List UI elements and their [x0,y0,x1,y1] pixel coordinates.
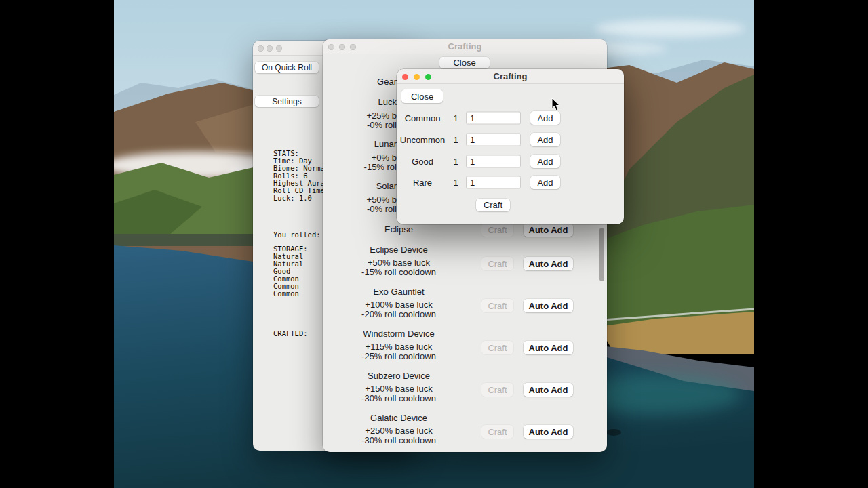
scrollbar-thumb[interactable] [599,228,604,281]
item-name: Eclipse Device [323,245,475,256]
auto-add-label: Auto Add [529,427,568,437]
add-label: Add [537,135,553,145]
item-name: Galatic Device [323,413,475,424]
craft-button-main[interactable]: Craft [476,199,510,211]
minimize-traffic-icon[interactable] [267,45,273,52]
add-label: Add [537,113,553,123]
item-desc: -30% roll cooldown [323,436,475,445]
add-button[interactable]: Add [530,155,560,168]
crafting-window: Crafting Close Common 1 Add Uncommon 1 A… [397,69,624,224]
auto-add-button[interactable]: Auto Add [524,257,573,270]
row-count: 1 [451,157,460,167]
item-desc: +250% base luck [323,426,475,436]
row-count: 1 [451,113,460,123]
quick-roll-button[interactable]: On Quick Roll [255,62,319,73]
craft-label: Craft [488,301,507,311]
auto-add-button[interactable]: Auto Add [524,299,573,312]
item-name-eclipse: Eclipse [323,224,475,235]
quick-roll-label: On Quick Roll [262,63,312,73]
desktop: On Quick Roll Settings STATS: Time: Day … [0,0,868,488]
item-desc: +150% base luck [323,384,475,394]
quantity-input[interactable] [466,155,521,168]
craft-label: Craft [488,385,507,395]
item-name: Windstorm Device [323,329,475,340]
auto-add-button[interactable]: Auto Add [524,383,573,396]
add-label: Add [537,157,553,167]
item-desc: +115% base luck [323,342,475,352]
craft-row-rare: Rare 1 Add [397,175,624,190]
auto-add-label: Auto Add [529,385,568,395]
window-title: Crafting [323,39,607,54]
row-count: 1 [451,135,460,145]
gear-close-button[interactable]: Close [439,57,490,68]
craft-button[interactable]: Craft [481,341,513,354]
craft-label: Craft [488,343,507,353]
item-desc-fragment: -15% rol [323,162,397,173]
item-name: Exo Gauntlet [323,287,475,298]
craft-row-uncommon: Uncommon 1 Add [397,132,624,147]
auto-add-label: Auto Add [529,259,568,269]
add-button[interactable]: Add [530,111,560,125]
item-name-fragment: Luck [323,97,397,108]
gear-header-fragment: Gear [323,77,397,87]
row-label: Common [397,113,448,123]
craft-button[interactable]: Craft [481,257,513,270]
craft-button[interactable]: Craft [481,383,513,396]
add-button[interactable]: Add [530,133,560,146]
zoom-traffic-icon[interactable] [276,45,282,52]
craft-button[interactable]: Craft [481,299,513,312]
rolled-line: You rolled: N [273,231,329,239]
add-label: Add [537,178,553,188]
quantity-input[interactable] [466,176,521,189]
row-count: 1 [451,178,460,188]
add-button[interactable]: Add [530,176,560,189]
item-desc: -25% roll cooldown [323,352,475,361]
storage-block: STORAGE: Natural Natural Good Common Com… [273,245,308,298]
item-name-fragment: Lunar [323,139,397,150]
item-name-fragment: Solar [323,181,397,192]
quantity-input[interactable] [466,112,521,125]
quantity-input[interactable] [466,134,521,146]
stats-block: STATS: Time: Day Biome: Normal Rolls: 6 … [273,150,329,202]
crafted-line: CRAFTED: [273,330,308,338]
item-desc: -20% roll cooldown [323,310,475,319]
gear-window-titlebar[interactable]: Crafting [323,39,607,54]
craft-row-good: Good 1 Add [397,154,624,169]
item-desc: +50% base luck [323,258,475,268]
craft-button[interactable]: Craft [481,425,513,439]
craft-label: Craft [488,427,507,437]
item-desc-fragment: -0% roll [323,120,397,131]
settings-button[interactable]: Settings [255,96,319,107]
stats-line: Luck: 1.0 [273,195,329,202]
gear-close-label: Close [453,58,475,68]
auto-add-button[interactable]: Auto Add [524,341,573,354]
close-traffic-icon[interactable] [258,45,264,52]
craft-button-eclipse[interactable]: Craft [481,223,513,237]
auto-add-label: Auto Add [529,225,568,235]
item-desc-fragment: -0% roll [323,204,397,215]
item-desc: -30% roll cooldown [323,394,475,403]
window-title: Crafting [397,69,624,84]
crafting-window-titlebar[interactable]: Crafting [397,69,624,84]
auto-add-label: Auto Add [529,343,568,353]
storage-line: Common [273,290,308,298]
crafting-close-label: Close [411,92,433,102]
row-label: Rare [397,178,448,188]
row-label: Good [397,157,448,167]
settings-label: Settings [272,97,301,106]
craft-main-label: Craft [484,200,502,210]
mouse-cursor [551,98,561,111]
craft-label: Craft [488,259,507,269]
auto-add-button-eclipse[interactable]: Auto Add [524,223,573,237]
auto-add-label: Auto Add [529,301,568,311]
row-label: Uncommon [397,135,448,145]
craft-label: Craft [488,225,507,235]
crafting-close-button[interactable]: Close [401,89,443,103]
auto-add-button[interactable]: Auto Add [524,425,573,439]
item-desc: +100% base luck [323,300,475,310]
item-name: Subzero Device [323,371,475,382]
item-desc: -15% roll cooldown [323,268,475,277]
craft-row-common: Common 1 Add [397,110,624,125]
